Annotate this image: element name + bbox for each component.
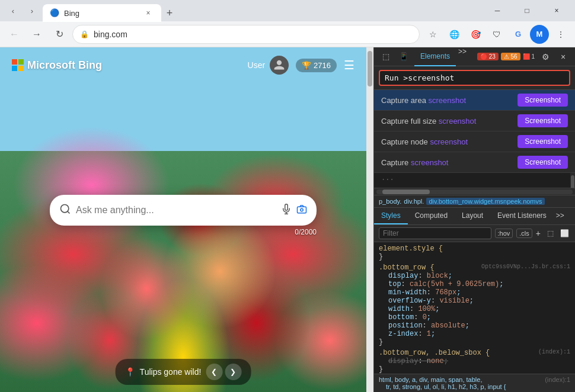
devtools-badges: 🔴 23 ⚠ 56 🟥 1 bbox=[477, 53, 535, 60]
bing-page: Microsoft Bing User 🏆 2716 ☰ bbox=[0, 47, 366, 392]
filter-icon1[interactable]: ⬚ bbox=[544, 227, 556, 239]
maximize-button[interactable]: □ bbox=[513, 2, 541, 19]
info-badge: 🟥 1 bbox=[523, 53, 535, 60]
main-scrollbar[interactable] bbox=[366, 47, 373, 392]
result-row-capture[interactable]: Capture screenshot Screenshot bbox=[374, 152, 575, 173]
filter-input[interactable] bbox=[379, 227, 491, 239]
tab-computed[interactable]: Computed bbox=[408, 208, 455, 224]
bing-menu-button[interactable]: ☰ bbox=[344, 58, 354, 72]
address-bar[interactable]: 🔒 bing.com bbox=[72, 25, 420, 44]
result-label-node: Capture node screenshot bbox=[381, 137, 518, 146]
tab-styles[interactable]: Styles bbox=[374, 208, 408, 224]
search-container: 0/2000 bbox=[50, 195, 317, 236]
security-icon: 🔒 bbox=[80, 30, 89, 38]
caption-prev-button[interactable]: ❮ bbox=[206, 364, 222, 380]
css-prop-bottom: bottom: 0; bbox=[379, 313, 570, 322]
hov-button[interactable]: :hov bbox=[495, 229, 513, 238]
hscroll-track[interactable] bbox=[376, 189, 573, 194]
hscroll-thumb[interactable] bbox=[382, 189, 430, 194]
css-prop-display-none: display: none; bbox=[379, 357, 570, 365]
element-bar-text: html, body, a, div, main, span, table, bbox=[379, 376, 482, 383]
capture-node-screenshot-button[interactable]: Screenshot bbox=[518, 135, 568, 148]
camera-icon[interactable] bbox=[296, 204, 307, 217]
close-button[interactable]: × bbox=[543, 2, 570, 19]
breadcrumb-current: div.bottom_row.widget.msnpeek.nomvs bbox=[426, 198, 544, 205]
keyword-screenshot-1: screenshot bbox=[429, 96, 467, 105]
menu-button[interactable]: ⋮ bbox=[551, 25, 570, 44]
capture-fullsize-screenshot-button[interactable]: Screenshot bbox=[518, 114, 568, 127]
new-tab-button[interactable]: + bbox=[161, 5, 178, 21]
tab-next-button[interactable]: › bbox=[24, 2, 40, 19]
command-input[interactable] bbox=[379, 70, 570, 86]
result-row-area[interactable]: Capture area screenshot Screenshot bbox=[374, 90, 575, 111]
bottom-row-source: Optc9ss0VNp...Js.br.css:1 bbox=[481, 264, 570, 270]
bing-header-right: User 🏆 2716 ☰ bbox=[248, 56, 354, 75]
result-row-fullsize[interactable]: Capture full size screenshot Screenshot bbox=[374, 111, 575, 131]
breadcrumb-body[interactable]: p_body. bbox=[379, 198, 401, 205]
reload-button[interactable]: ↻ bbox=[50, 25, 69, 44]
dom-vertical-scrollbar[interactable] bbox=[570, 173, 575, 188]
nav-actions: ☆ 🌐 🎯 🛡 G M ⋮ bbox=[423, 25, 570, 44]
caption-arrows: ❮ ❯ bbox=[206, 364, 241, 380]
tab-title: Bing bbox=[64, 9, 138, 18]
elements-tab[interactable]: Elements bbox=[414, 47, 456, 66]
back-button[interactable]: ← bbox=[5, 25, 24, 44]
trophy-icon: 🏆 bbox=[302, 61, 311, 70]
active-tab[interactable]: 🔵 Bing × bbox=[43, 4, 161, 22]
tab-layout[interactable]: Layout bbox=[455, 208, 490, 224]
dom-scrollbar-thumb[interactable] bbox=[571, 175, 574, 188]
dom-hscroll[interactable] bbox=[374, 188, 575, 195]
window-controls: ─ □ × bbox=[484, 2, 570, 19]
user-avatar[interactable] bbox=[270, 56, 289, 75]
google-button[interactable]: G bbox=[509, 25, 528, 44]
user-text: User bbox=[248, 60, 266, 70]
tab-event-listeners[interactable]: Event Listeners bbox=[490, 208, 554, 224]
extension1-button[interactable]: 🌐 bbox=[445, 25, 464, 44]
search-icon bbox=[59, 203, 71, 218]
devtools-cursor-btn[interactable]: ⬚ bbox=[379, 50, 393, 64]
tab-controls: ‹ › bbox=[5, 2, 40, 19]
capture-area-screenshot-button[interactable]: Screenshot bbox=[518, 94, 568, 107]
microphone-icon[interactable] bbox=[281, 204, 292, 217]
extension2-button[interactable]: 🎯 bbox=[466, 25, 485, 44]
search-input[interactable] bbox=[76, 205, 276, 216]
cls-button[interactable]: .cls bbox=[516, 229, 532, 238]
profile-button[interactable]: M bbox=[530, 25, 549, 44]
ms-sq4 bbox=[18, 66, 24, 71]
more-tabs[interactable]: >> bbox=[456, 47, 469, 66]
rule-element-style: element.style { } bbox=[379, 245, 570, 261]
filter-icon2[interactable]: ⬜ bbox=[558, 227, 570, 239]
forward-button[interactable]: → bbox=[27, 25, 46, 44]
add-rule-button[interactable]: + bbox=[536, 229, 541, 238]
minimize-button[interactable]: ─ bbox=[484, 2, 511, 19]
tab-prev-button[interactable]: ‹ bbox=[5, 2, 21, 19]
devtools-settings-btn[interactable]: ⚙ bbox=[538, 50, 552, 64]
tab-more[interactable]: >> bbox=[554, 208, 567, 224]
scrollbar-thumb[interactable] bbox=[368, 51, 372, 86]
shield-button[interactable]: 🛡 bbox=[487, 25, 506, 44]
result-row-node[interactable]: Capture node screenshot Screenshot bbox=[374, 131, 575, 152]
caption-next-button[interactable]: ❯ bbox=[225, 364, 241, 380]
svg-rect-3 bbox=[298, 207, 306, 213]
tab-close-button[interactable]: × bbox=[142, 7, 154, 19]
devtools-mobile-btn[interactable]: 📱 bbox=[397, 50, 411, 64]
nav-bar: ← → ↻ 🔒 bing.com ☆ 🌐 🎯 🛡 G M ⋮ bbox=[0, 21, 575, 47]
points-display: 🏆 2716 bbox=[296, 59, 337, 72]
element-bar-text2: tr, td, strong, ul, ol, li, h1, h2, h3, … bbox=[379, 383, 506, 390]
devtools-toolbar: ⬚ 📱 Elements >> 🔴 23 ⚠ 56 🟥 1 ⚙ × bbox=[374, 47, 575, 66]
below-sbox-source: (index):1 bbox=[538, 349, 570, 355]
css-prop-position: position: absolute; bbox=[379, 322, 570, 330]
keyword-screenshot-4: screenshot bbox=[411, 158, 449, 167]
capture-screenshot-button[interactable]: Screenshot bbox=[518, 156, 568, 169]
elements-tab-label: Elements bbox=[420, 52, 450, 60]
microsoft-squares-icon bbox=[12, 59, 24, 71]
element-style-close: } bbox=[379, 253, 383, 261]
bottom-row-selector: .bottom_row { bbox=[379, 264, 435, 272]
css-prop-top: top: calc(5vh + 9.0625rem); bbox=[379, 280, 570, 288]
svg-point-4 bbox=[301, 208, 304, 211]
bookmark-button[interactable]: ☆ bbox=[423, 25, 442, 44]
user-label: User bbox=[248, 56, 289, 75]
devtools-close-btn[interactable]: × bbox=[556, 50, 570, 64]
breadcrumb-hpl[interactable]: div.hpl. bbox=[404, 198, 424, 205]
result-label-area: Capture area screenshot bbox=[381, 96, 518, 105]
